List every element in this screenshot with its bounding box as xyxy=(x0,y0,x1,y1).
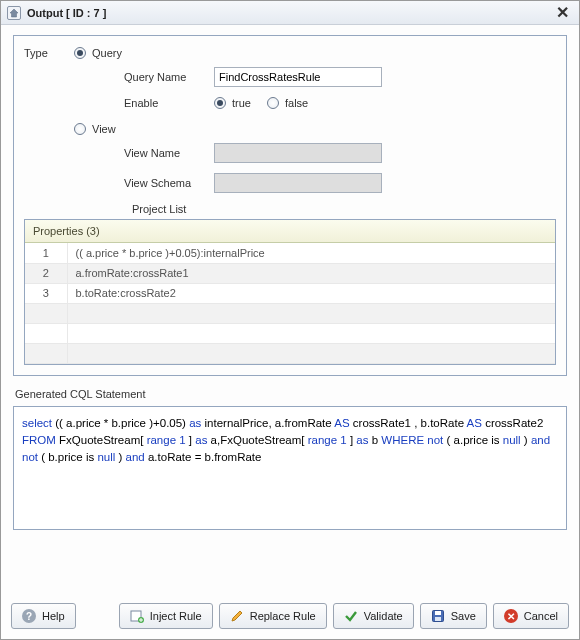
cql-token: a.toRate = b.fromRate xyxy=(145,451,262,463)
cql-token: select xyxy=(22,417,52,429)
radio-icon xyxy=(74,123,86,135)
cql-token: crossRate2 xyxy=(482,417,543,429)
row-index: 3 xyxy=(25,283,67,303)
cql-token: ) xyxy=(521,434,531,446)
cql-token: FROM xyxy=(22,434,56,446)
cql-token: a,FxQuoteStream[ xyxy=(207,434,307,446)
view-schema-label: View Schema xyxy=(124,177,214,189)
cql-token: internalPrice, a.fromRate xyxy=(201,417,334,429)
output-dialog: Output [ ID : 7 ] ✕ Type Query Query Nam… xyxy=(0,0,580,640)
home-icon[interactable] xyxy=(7,6,21,20)
enable-false-radio[interactable]: false xyxy=(267,97,324,109)
type-label: Type xyxy=(24,46,62,59)
table-row xyxy=(25,343,555,363)
view-name-input xyxy=(214,143,382,163)
type-view-radio[interactable]: View xyxy=(74,123,132,135)
cql-token: null xyxy=(503,434,521,446)
row-index: 1 xyxy=(25,243,67,263)
close-icon[interactable]: ✕ xyxy=(552,5,573,21)
enable-true-label: true xyxy=(232,97,251,109)
main-panel: Type Query Query Name Enable true xyxy=(13,35,567,376)
help-button[interactable]: ? Help xyxy=(11,603,76,629)
cql-statement: select (( a.price * b.price )+0.05) as i… xyxy=(13,406,567,530)
validate-label: Validate xyxy=(364,610,403,622)
radio-icon xyxy=(214,97,226,109)
pencil-icon xyxy=(230,609,244,623)
row-text: b.toRate:crossRate2 xyxy=(67,283,555,303)
cql-token: b xyxy=(369,434,382,446)
cql-token: null xyxy=(97,451,115,463)
titlebar: Output [ ID : 7 ] ✕ xyxy=(1,1,579,25)
cancel-button[interactable]: ✕ Cancel xyxy=(493,603,569,629)
enable-label: Enable xyxy=(124,97,214,109)
inject-rule-button[interactable]: Inject Rule xyxy=(119,603,213,629)
replace-label: Replace Rule xyxy=(250,610,316,622)
save-label: Save xyxy=(451,610,476,622)
type-query-radio[interactable]: Query xyxy=(74,47,138,59)
cql-token: WHERE xyxy=(381,434,424,446)
cql-token: crossRate1 , b.toRate xyxy=(350,417,467,429)
check-icon xyxy=(344,609,358,623)
view-name-label: View Name xyxy=(124,147,214,159)
cql-token: range 1 xyxy=(147,434,186,446)
cql-token: AS xyxy=(334,417,349,429)
query-block: Query Name Enable true false xyxy=(124,67,556,109)
view-schema-input xyxy=(214,173,382,193)
svg-rect-4 xyxy=(435,617,441,621)
svg-rect-3 xyxy=(435,611,441,615)
cql-token: not xyxy=(427,434,443,446)
cancel-label: Cancel xyxy=(524,610,558,622)
cql-token: ( a.price is xyxy=(443,434,502,446)
cql-token: ] xyxy=(347,434,357,446)
project-list-table: Properties (3) 1(( a.price * b.price )+0… xyxy=(24,219,556,365)
radio-icon xyxy=(74,47,86,59)
cancel-icon: ✕ xyxy=(504,609,518,623)
enable-true-radio[interactable]: true xyxy=(214,97,267,109)
cql-token: FxQuoteStream[ xyxy=(56,434,147,446)
enable-false-label: false xyxy=(285,97,308,109)
cql-token: as xyxy=(189,417,201,429)
validate-button[interactable]: Validate xyxy=(333,603,414,629)
cql-token: as xyxy=(356,434,368,446)
cql-token: (( a.price * b.price )+0.05) xyxy=(52,417,189,429)
type-query-label: Query xyxy=(92,47,122,59)
replace-rule-button[interactable]: Replace Rule xyxy=(219,603,327,629)
dialog-title: Output [ ID : 7 ] xyxy=(27,7,106,19)
view-block: View Name View Schema Project List xyxy=(124,143,556,215)
table-row[interactable]: 2a.fromRate:crossRate1 xyxy=(25,263,555,283)
inject-icon xyxy=(130,609,144,623)
cql-label: Generated CQL Statement xyxy=(15,388,565,400)
save-icon xyxy=(431,609,445,623)
button-bar: ? Help Inject Rule Replace Rule Validate… xyxy=(1,595,579,639)
cql-token: AS xyxy=(467,417,482,429)
help-label: Help xyxy=(42,610,65,622)
help-icon: ? xyxy=(22,609,36,623)
row-index: 2 xyxy=(25,263,67,283)
project-list-label: Project List xyxy=(132,203,556,215)
cql-token: ) xyxy=(115,451,125,463)
cql-token: ( b.price is xyxy=(38,451,97,463)
row-text: a.fromRate:crossRate1 xyxy=(67,263,555,283)
save-button[interactable]: Save xyxy=(420,603,487,629)
cql-token: ] xyxy=(186,434,196,446)
query-name-label: Query Name xyxy=(124,71,214,83)
table-row xyxy=(25,323,555,343)
table-row[interactable]: 1(( a.price * b.price )+0.05):internalPr… xyxy=(25,243,555,263)
cql-token: range 1 xyxy=(308,434,347,446)
table-row xyxy=(25,303,555,323)
table-row[interactable]: 3b.toRate:crossRate2 xyxy=(25,283,555,303)
cql-token: and xyxy=(126,451,145,463)
type-view-label: View xyxy=(92,123,116,135)
radio-icon xyxy=(267,97,279,109)
query-name-input[interactable] xyxy=(214,67,382,87)
inject-label: Inject Rule xyxy=(150,610,202,622)
cql-token: as xyxy=(195,434,207,446)
row-text: (( a.price * b.price )+0.05):internalPri… xyxy=(67,243,555,263)
table-header: Properties (3) xyxy=(25,220,555,243)
